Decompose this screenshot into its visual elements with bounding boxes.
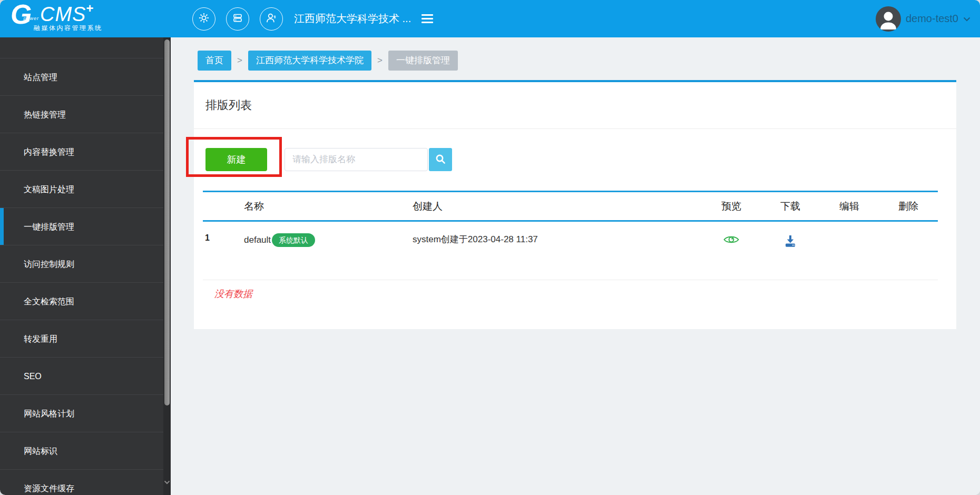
new-button[interactable]: 新建 (205, 148, 267, 171)
scrollbar-down-arrow-icon[interactable] (164, 477, 170, 487)
current-site-title[interactable]: 江西师范大学科学技术 ... (294, 0, 411, 37)
sidebar-item-access-control[interactable]: 访问控制规则 (0, 245, 163, 282)
eye-icon (723, 234, 740, 247)
modules-button[interactable] (226, 7, 249, 31)
username-label: demo-test0 (906, 13, 958, 25)
logo-cms: CMS (40, 2, 86, 26)
hamburger-menu-icon[interactable] (422, 14, 433, 23)
breadcrumb-site[interactable]: 江西师范大学科学技术学院 (248, 51, 371, 71)
logo-subtitle: 融媒体内容管理系统 (34, 24, 148, 33)
sidebar-item-site-logo[interactable]: 网站标识 (0, 432, 163, 469)
avatar (876, 6, 901, 32)
column-edit: 编辑 (820, 200, 879, 213)
settings-button[interactable] (192, 7, 215, 31)
sidebar-item-doc-image-processing[interactable]: 文稿图片处理 (0, 170, 163, 207)
sidebar-item-one-click-layout[interactable]: 一键排版管理 (0, 207, 163, 245)
chevron-down-icon (963, 14, 971, 24)
user-list-icon (264, 11, 278, 27)
no-data-text: 没有数据 (214, 288, 252, 300)
sidebar: 站点管理 热链接管理 内容替换管理 文稿图片处理 一键排版管理 访问控制规则 全… (0, 37, 171, 495)
table-header: 名称 创建人 预览 下载 编辑 删除 (203, 191, 938, 222)
sidebar-item-fulltext-search-scope[interactable]: 全文检索范围 (0, 282, 163, 320)
row-name: default (244, 235, 271, 245)
row-index: 1 (203, 233, 244, 243)
account-button[interactable] (260, 7, 283, 31)
sidebar-scrollbar (163, 37, 171, 495)
gear-icon (197, 11, 211, 27)
sidebar-item-hotlink-management[interactable]: 热链接管理 (0, 95, 163, 133)
row-creator: system创建于2023-04-28 11:37 (413, 233, 702, 245)
layout-list-card: 排版列表 新建 名称 创建人 预览 下载 (194, 80, 956, 329)
breadcrumb-separator: > (237, 55, 242, 66)
sidebar-item-seo[interactable]: SEO (0, 357, 163, 394)
column-name: 名称 (244, 200, 413, 213)
brand-logo: G power CMS + 融媒体内容管理系统 (11, 2, 148, 33)
search-button[interactable] (429, 148, 452, 171)
sidebar-item-forward-reuse[interactable]: 转发重用 (0, 320, 163, 357)
page-title: 排版列表 (205, 97, 252, 113)
breadcrumb-separator: > (377, 55, 383, 66)
scrollbar-thumb[interactable] (164, 39, 170, 405)
layout-table: 名称 创建人 预览 下载 编辑 删除 1 default 系统默认 system… (203, 191, 938, 280)
user-menu[interactable]: demo-test0 (876, 0, 971, 37)
breadcrumb-home[interactable]: 首页 (198, 51, 231, 71)
column-delete: 删除 (879, 200, 938, 213)
top-bar: G power CMS + 融媒体内容管理系统 (0, 0, 980, 37)
main-content: 首页 > 江西师范大学科学技术学院 > 一键排版管理 排版列表 新建 (171, 37, 980, 495)
column-download: 下载 (761, 200, 820, 213)
title-divider (194, 128, 956, 129)
column-preview: 预览 (702, 200, 761, 213)
column-creator: 创建人 (413, 200, 702, 213)
search-input[interactable] (285, 148, 428, 171)
logo-power: power (23, 16, 39, 21)
app-window: G power CMS + 融媒体内容管理系统 (0, 0, 980, 495)
server-stack-icon (231, 12, 244, 26)
breadcrumb-current-page: 一键排版管理 (388, 51, 458, 71)
table-row: 1 default 系统默认 system创建于2023-04-28 11:37 (203, 222, 938, 280)
sidebar-item-content-replace[interactable]: 内容替换管理 (0, 133, 163, 170)
logo-g: G (11, 2, 31, 26)
sidebar-item-site-style-plan[interactable]: 网站风格计划 (0, 394, 163, 432)
sidebar-item-site-management[interactable]: 站点管理 (0, 58, 163, 95)
system-default-badge: 系统默认 (272, 233, 315, 247)
logo-plus: + (86, 1, 93, 16)
sidebar-item-resource-cache[interactable]: 资源文件缓存 (0, 469, 163, 495)
search-icon (435, 153, 446, 166)
breadcrumb: 首页 > 江西师范大学科学技术学院 > 一键排版管理 (198, 51, 458, 71)
download-icon (783, 234, 797, 251)
download-button[interactable] (783, 234, 797, 251)
preview-button[interactable] (723, 234, 740, 247)
